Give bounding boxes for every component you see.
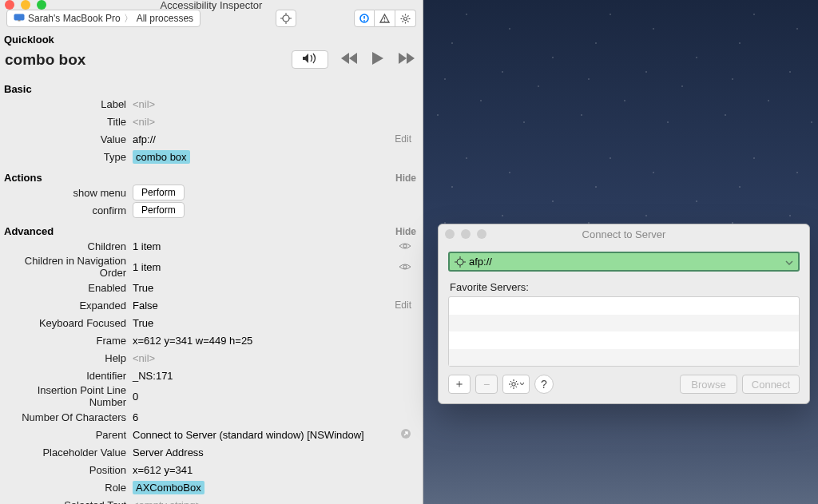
svg-point-22 xyxy=(403,265,407,268)
svg-line-17 xyxy=(403,15,403,16)
connect-button[interactable]: Connect xyxy=(742,375,800,394)
prop-val-placeholder: Server Address xyxy=(133,446,204,458)
prop-val-identifier: _NS:171 xyxy=(133,370,173,382)
svg-line-20 xyxy=(407,15,408,16)
inspection-tab-button[interactable] xyxy=(354,10,375,27)
inspector-window-title: Accessibility Inspector xyxy=(0,0,423,11)
prop-key-enabled: Enabled xyxy=(3,282,133,294)
play-button[interactable] xyxy=(371,51,384,68)
minimize-window-button[interactable] xyxy=(461,229,471,239)
action-key-showmenu: show menu xyxy=(3,187,133,199)
svg-line-19 xyxy=(403,21,403,22)
minimize-window-button[interactable] xyxy=(21,0,30,10)
remove-favorite-button[interactable]: − xyxy=(475,375,498,394)
prop-key-placeholder: Placeholder Value xyxy=(3,446,133,458)
prop-val-children: 1 item xyxy=(133,240,161,252)
settings-tab-button[interactable] xyxy=(395,10,416,27)
prop-val-nchars: 6 xyxy=(133,411,138,423)
basic-section-heading: Basic xyxy=(3,78,416,95)
target-picker-button[interactable] xyxy=(276,10,296,27)
navigate-parent-icon[interactable] xyxy=(400,428,411,442)
browse-button[interactable]: Browse xyxy=(680,375,737,394)
prop-val-ipln: 0 xyxy=(133,391,138,403)
prop-key-expanded: Expanded xyxy=(3,300,133,312)
cts-window-title: Connect to Server xyxy=(439,228,809,240)
prop-val-expanded: False xyxy=(133,300,158,312)
prop-key-seltext: Selected Text xyxy=(3,499,133,505)
server-address-combobox[interactable] xyxy=(448,252,800,272)
inspector-toolbar: Sarah's MacBook Pro 〉 All processes xyxy=(0,10,423,27)
prop-val-role: AXComboBox xyxy=(133,481,204,494)
prop-key-parent: Parent xyxy=(3,429,133,441)
zoom-window-button[interactable] xyxy=(477,229,486,239)
target-process-label: All processes xyxy=(137,13,193,24)
prop-key-label: Label xyxy=(3,98,133,110)
svg-line-36 xyxy=(510,387,511,387)
speak-button[interactable] xyxy=(292,50,328,69)
prop-key-type: Type xyxy=(3,151,133,163)
close-window-button[interactable] xyxy=(445,229,455,239)
eye-icon[interactable] xyxy=(399,262,411,272)
edit-expanded-link[interactable]: Edit xyxy=(395,300,411,311)
svg-point-2 xyxy=(283,15,289,22)
server-address-input[interactable] xyxy=(469,256,785,268)
zoom-window-button[interactable] xyxy=(37,0,46,10)
action-menu-button[interactable] xyxy=(502,375,530,394)
prop-key-value: Value xyxy=(3,133,133,145)
svg-point-12 xyxy=(404,17,407,20)
prop-key-identifier: Identifier xyxy=(3,370,133,382)
svg-point-21 xyxy=(403,244,407,248)
cts-traffic-lights xyxy=(445,229,486,239)
quicklook-heading: Quicklook xyxy=(3,29,416,46)
next-button[interactable] xyxy=(397,52,415,67)
actions-section-heading: Actions xyxy=(4,172,42,184)
prop-key-childnav: Children in Navigation Order xyxy=(3,255,133,279)
svg-rect-1 xyxy=(18,20,21,22)
mac-icon xyxy=(14,13,25,24)
svg-line-35 xyxy=(516,387,517,387)
prop-val-type: combo box xyxy=(133,150,190,164)
chevron-right-icon: 〉 xyxy=(124,12,133,26)
prop-val-value: afp:// xyxy=(133,133,156,145)
prop-val-parent: Connect to Server (standard window) [NSW… xyxy=(133,429,364,441)
traffic-lights xyxy=(5,0,46,10)
eye-icon[interactable] xyxy=(399,241,411,251)
prop-key-position: Position xyxy=(3,464,133,476)
prop-val-seltext: <empty string> xyxy=(133,499,201,505)
svg-point-24 xyxy=(457,259,463,265)
chevron-down-icon[interactable] xyxy=(785,256,793,268)
previous-button[interactable] xyxy=(341,52,359,67)
svg-point-9 xyxy=(363,20,365,22)
action-key-confirm: confirm xyxy=(3,204,133,216)
prop-key-children: Children xyxy=(3,240,133,252)
perform-showmenu-button[interactable]: Perform xyxy=(133,185,185,200)
perform-confirm-button[interactable]: Perform xyxy=(133,202,185,218)
inspector-mode-segment xyxy=(354,10,416,27)
favorite-servers-label: Favorite Servers: xyxy=(450,281,800,293)
target-device-label: Sarah's MacBook Pro xyxy=(28,13,121,24)
list-item[interactable] xyxy=(449,331,799,349)
advanced-section-heading: Advanced xyxy=(4,225,54,237)
prop-val-childnav: 1 item xyxy=(133,261,161,273)
list-item[interactable] xyxy=(449,297,799,315)
prop-val-frame: x=612 y=341 w=449 h=25 xyxy=(133,335,252,347)
svg-line-34 xyxy=(510,381,511,382)
inspector-titlebar: Accessibility Inspector xyxy=(0,0,423,10)
list-item[interactable] xyxy=(449,315,799,332)
add-favorite-button[interactable]: ＋ xyxy=(448,375,471,394)
inspection-target-picker[interactable]: Sarah's MacBook Pro 〉 All processes xyxy=(6,10,201,27)
connect-to-server-window: Connect to Server Favorite Servers: ＋ − … xyxy=(438,224,810,404)
advanced-hide-toggle[interactable]: Hide xyxy=(395,226,416,237)
prop-val-position: x=612 y=341 xyxy=(133,464,193,476)
favorite-servers-list[interactable] xyxy=(448,296,800,367)
audit-tab-button[interactable] xyxy=(375,10,395,27)
close-window-button[interactable] xyxy=(5,0,14,10)
cts-titlebar: Connect to Server xyxy=(439,224,809,244)
help-button[interactable]: ? xyxy=(534,375,554,394)
svg-rect-0 xyxy=(14,14,24,20)
list-item[interactable] xyxy=(449,349,799,367)
actions-hide-toggle[interactable]: Hide xyxy=(395,173,416,184)
edit-value-link[interactable]: Edit xyxy=(395,133,411,145)
prop-key-help: Help xyxy=(3,352,133,364)
prop-val-label: <nil> xyxy=(133,98,155,110)
